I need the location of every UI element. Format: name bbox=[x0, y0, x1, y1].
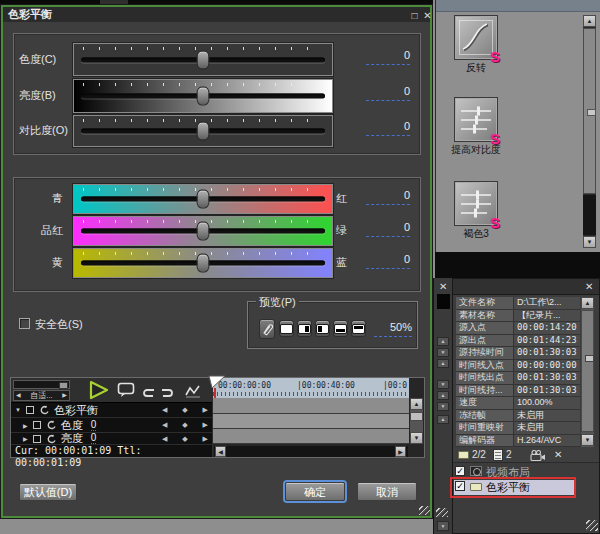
palette-scrollbar[interactable]: ▲ ▼ bbox=[583, 15, 596, 248]
track-row[interactable] bbox=[213, 414, 409, 429]
row-checkbox[interactable] bbox=[33, 421, 41, 429]
expand-down-icon[interactable]: ▼ bbox=[15, 407, 21, 413]
timeline-ruler[interactable]: 00:00:00:00 |00:00:40:00 |00:0 bbox=[213, 378, 409, 398]
redo-icon[interactable] bbox=[161, 385, 174, 403]
yellow-blue-slider[interactable] bbox=[73, 248, 333, 278]
slider-thumb[interactable] bbox=[197, 190, 210, 209]
comment-icon[interactable] bbox=[117, 382, 135, 402]
row-checkbox[interactable] bbox=[33, 435, 41, 443]
reset-icon[interactable] bbox=[38, 405, 49, 415]
scroll-down-icon[interactable]: ▼ bbox=[437, 521, 449, 531]
preview-mode-bottom-split-button[interactable] bbox=[333, 320, 348, 337]
red-value[interactable]: 0 bbox=[366, 189, 410, 205]
sepia3-effect-label[interactable]: 褐色3 bbox=[442, 227, 510, 241]
scroll-track[interactable] bbox=[583, 195, 596, 235]
scroll-left-icon[interactable]: ◀ bbox=[215, 446, 226, 457]
ok-button[interactable]: 确定 bbox=[285, 482, 345, 501]
preview-mode-full-button[interactable] bbox=[279, 320, 294, 337]
reset-icon[interactable] bbox=[45, 434, 56, 444]
brightness-slider[interactable] bbox=[73, 79, 333, 113]
effect-list-icon[interactable] bbox=[493, 449, 503, 461]
chroma-slider[interactable] bbox=[73, 43, 333, 76]
spinner-up-icon[interactable]: ▲ bbox=[437, 359, 449, 368]
close-icon[interactable]: ✕ bbox=[585, 282, 593, 292]
timeline-zoom-slider[interactable] bbox=[13, 380, 70, 389]
spinner-up-icon[interactable]: ▲ bbox=[437, 337, 449, 346]
camera-icon[interactable] bbox=[530, 450, 546, 461]
scroll-down-icon[interactable]: ▼ bbox=[410, 432, 423, 444]
spinner-down-icon[interactable]: ▼ bbox=[437, 348, 449, 357]
effect-checkbox[interactable]: ✓ bbox=[455, 466, 465, 476]
chevron-right-icon[interactable]: ▶ bbox=[62, 391, 67, 400]
maximize-icon[interactable]: □ bbox=[408, 10, 421, 22]
slider-thumb[interactable] bbox=[197, 254, 210, 273]
expand-right-icon[interactable]: ▶ bbox=[23, 422, 28, 429]
prev-keyframe-icon[interactable]: ◀ bbox=[162, 421, 167, 429]
timeline-row-brightness[interactable]: ▶ 亮度 0 ◀ ◆ ▶ bbox=[11, 433, 212, 445]
next-keyframe-icon[interactable]: ▶ bbox=[203, 406, 208, 414]
slider-thumb[interactable] bbox=[197, 50, 210, 69]
preview-mode-left-split-button[interactable] bbox=[315, 320, 330, 337]
keyframe-nav[interactable]: ◀ ◆ ▶ bbox=[162, 435, 208, 443]
playhead-marker-icon[interactable] bbox=[208, 375, 226, 389]
scroll-up-icon[interactable]: ▲ bbox=[581, 297, 594, 309]
contrast-value[interactable]: 0 bbox=[366, 120, 410, 136]
play-button[interactable] bbox=[87, 379, 111, 405]
close-icon[interactable]: ✕ bbox=[421, 10, 434, 22]
keyframe-nav[interactable]: ◀ ◆ ▶ bbox=[162, 406, 208, 414]
chevron-left-icon[interactable]: ◀ bbox=[16, 391, 21, 400]
track-row[interactable] bbox=[213, 429, 409, 444]
safe-color-checkbox[interactable] bbox=[19, 318, 30, 329]
delete-effect-icon[interactable]: ✕ bbox=[554, 450, 562, 460]
keyframe-nav[interactable]: ◀ ◆ ▶ bbox=[162, 421, 208, 429]
scroll-up-icon[interactable]: ▲ bbox=[410, 398, 423, 410]
blue-value[interactable]: 0 bbox=[366, 253, 410, 269]
slider-thumb[interactable] bbox=[197, 87, 210, 106]
sepia3-effect-icon[interactable]: S bbox=[454, 181, 498, 226]
scroll-up-icon[interactable]: ▲ bbox=[583, 15, 596, 27]
reset-icon[interactable] bbox=[45, 420, 56, 430]
vscroll-thumb[interactable] bbox=[410, 412, 423, 421]
brightness-value[interactable]: 0 bbox=[366, 85, 410, 101]
info-vscrollbar[interactable]: ▲ ▼ bbox=[581, 297, 594, 447]
track-row[interactable] bbox=[213, 398, 409, 414]
window-resize-grip[interactable] bbox=[586, 520, 598, 531]
add-keyframe-icon[interactable]: ◆ bbox=[182, 421, 187, 429]
preset-dropdown[interactable]: ◀ 自适... ▶ bbox=[13, 390, 70, 401]
chroma-value[interactable]: 0 bbox=[366, 49, 410, 65]
timeline-vscrollbar[interactable]: ▲ ▼ bbox=[410, 398, 423, 444]
contrast-up-effect-icon[interactable]: S bbox=[454, 97, 498, 142]
scroll-down-icon[interactable]: ▼ bbox=[581, 434, 594, 446]
scroll-right-icon[interactable]: ▶ bbox=[395, 446, 406, 457]
curve-view-icon[interactable] bbox=[185, 384, 202, 402]
expand-right-icon[interactable]: ▶ bbox=[23, 435, 28, 442]
prev-keyframe-icon[interactable]: ◀ bbox=[162, 406, 167, 414]
cancel-button[interactable]: 取消 bbox=[357, 482, 417, 501]
paperclip-icon[interactable] bbox=[259, 319, 275, 339]
preview-zoom-value[interactable]: 50% bbox=[374, 321, 412, 337]
prev-keyframe-icon[interactable]: ◀ bbox=[162, 435, 167, 443]
next-keyframe-icon[interactable]: ▶ bbox=[203, 421, 208, 429]
spinner-up-icon[interactable]: ▲ bbox=[437, 391, 449, 400]
spinner-down-icon[interactable]: ▼ bbox=[437, 402, 449, 411]
preview-mode-right-split-button[interactable] bbox=[297, 320, 312, 337]
scroll-thumb[interactable] bbox=[583, 28, 596, 194]
row-value[interactable]: 0 bbox=[91, 433, 97, 444]
spinner-up-icon[interactable]: ▲ bbox=[437, 415, 449, 424]
slider-thumb[interactable] bbox=[197, 122, 210, 141]
close-icon[interactable]: ✕ bbox=[439, 282, 447, 292]
contrast-up-effect-label[interactable]: 提高对比度 bbox=[438, 143, 514, 157]
scroll-down-icon[interactable]: ▼ bbox=[583, 236, 596, 248]
undo-icon[interactable] bbox=[142, 385, 155, 403]
timeline-zoom-thumb[interactable] bbox=[59, 382, 68, 389]
contrast-slider[interactable] bbox=[73, 115, 333, 147]
row-checkbox[interactable] bbox=[26, 406, 34, 414]
row-value[interactable]: 0 bbox=[91, 420, 97, 431]
default-button[interactable]: 默认值(D) bbox=[19, 483, 77, 501]
next-keyframe-icon[interactable]: ▶ bbox=[203, 435, 208, 443]
preview-mode-top-split-button[interactable] bbox=[351, 320, 366, 337]
timeline-row-chroma[interactable]: ▶ 色度 0 ◀ ◆ ▶ bbox=[11, 418, 212, 433]
add-keyframe-icon[interactable]: ◆ bbox=[182, 406, 187, 414]
add-keyframe-icon[interactable]: ◆ bbox=[182, 435, 187, 443]
dialog-resize-grip[interactable] bbox=[419, 506, 430, 515]
